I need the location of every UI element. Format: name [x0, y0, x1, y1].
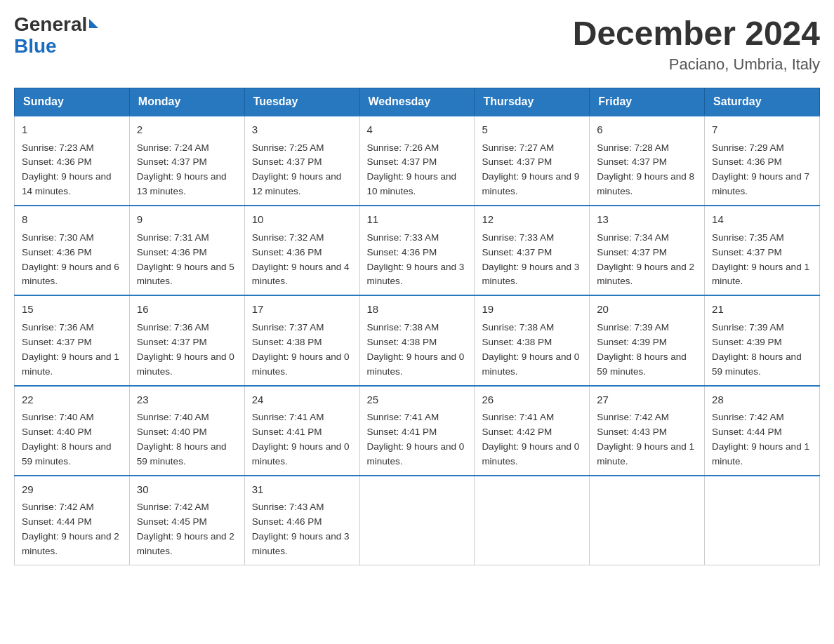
calendar-cell: 25Sunrise: 7:41 AMSunset: 4:41 PMDayligh… — [359, 386, 475, 476]
day-info: Sunrise: 7:38 AMSunset: 4:38 PMDaylight:… — [482, 322, 579, 377]
day-info: Sunrise: 7:40 AMSunset: 4:40 PMDaylight:… — [137, 412, 227, 467]
day-number: 9 — [137, 212, 237, 228]
day-number: 20 — [597, 302, 697, 318]
day-info: Sunrise: 7:33 AMSunset: 4:37 PMDaylight:… — [482, 232, 579, 287]
calendar-cell — [590, 476, 705, 565]
calendar-title: December 2024 — [573, 14, 820, 53]
logo-blue-text: Blue — [14, 35, 57, 57]
day-info: Sunrise: 7:39 AMSunset: 4:39 PMDaylight:… — [712, 322, 802, 377]
day-number: 15 — [22, 302, 122, 318]
day-info: Sunrise: 7:32 AMSunset: 4:36 PMDaylight:… — [252, 232, 350, 287]
calendar-cell: 15Sunrise: 7:36 AMSunset: 4:37 PMDayligh… — [15, 295, 130, 385]
calendar-cell: 13Sunrise: 7:34 AMSunset: 4:37 PMDayligh… — [590, 206, 705, 295]
calendar-cell: 27Sunrise: 7:42 AMSunset: 4:43 PMDayligh… — [590, 386, 705, 476]
header-saturday: Saturday — [705, 88, 820, 116]
day-number: 27 — [597, 392, 697, 408]
header-tuesday: Tuesday — [244, 88, 359, 116]
day-number: 1 — [22, 122, 122, 138]
day-info: Sunrise: 7:42 AMSunset: 4:44 PMDaylight:… — [22, 502, 119, 556]
week-row-3: 15Sunrise: 7:36 AMSunset: 4:37 PMDayligh… — [15, 295, 820, 385]
day-number: 5 — [482, 122, 582, 138]
day-info: Sunrise: 7:25 AMSunset: 4:37 PMDaylight:… — [252, 142, 342, 197]
title-block: December 2024 Paciano, Umbria, Italy — [573, 14, 820, 74]
calendar-cell: 28Sunrise: 7:42 AMSunset: 4:44 PMDayligh… — [705, 386, 820, 476]
day-number: 6 — [597, 122, 697, 138]
calendar-cell: 19Sunrise: 7:38 AMSunset: 4:38 PMDayligh… — [475, 295, 590, 385]
day-info: Sunrise: 7:42 AMSunset: 4:44 PMDaylight:… — [712, 412, 809, 467]
day-number: 18 — [367, 302, 468, 318]
day-number: 8 — [22, 212, 122, 228]
calendar-cell — [705, 476, 820, 565]
calendar-cell: 22Sunrise: 7:40 AMSunset: 4:40 PMDayligh… — [15, 386, 130, 476]
day-number: 29 — [22, 482, 122, 498]
calendar-cell: 21Sunrise: 7:39 AMSunset: 4:39 PMDayligh… — [705, 295, 820, 385]
day-info: Sunrise: 7:24 AMSunset: 4:37 PMDaylight:… — [137, 142, 227, 197]
calendar-cell: 14Sunrise: 7:35 AMSunset: 4:37 PMDayligh… — [705, 206, 820, 295]
calendar-cell: 7Sunrise: 7:29 AMSunset: 4:36 PMDaylight… — [705, 116, 820, 206]
day-number: 13 — [597, 212, 697, 228]
day-number: 30 — [137, 482, 237, 498]
day-info: Sunrise: 7:27 AMSunset: 4:37 PMDaylight:… — [482, 142, 579, 197]
day-number: 22 — [22, 392, 122, 408]
day-number: 7 — [712, 122, 812, 138]
calendar-cell: 23Sunrise: 7:40 AMSunset: 4:40 PMDayligh… — [129, 386, 244, 476]
calendar-cell: 6Sunrise: 7:28 AMSunset: 4:37 PMDaylight… — [590, 116, 705, 206]
day-number: 2 — [137, 122, 237, 138]
weekday-header-row: Sunday Monday Tuesday Wednesday Thursday… — [15, 88, 820, 116]
calendar-cell: 8Sunrise: 7:30 AMSunset: 4:36 PMDaylight… — [15, 206, 130, 295]
calendar-cell: 9Sunrise: 7:31 AMSunset: 4:36 PMDaylight… — [129, 206, 244, 295]
week-row-2: 8Sunrise: 7:30 AMSunset: 4:36 PMDaylight… — [15, 206, 820, 295]
day-info: Sunrise: 7:29 AMSunset: 4:36 PMDaylight:… — [712, 142, 809, 197]
header-sunday: Sunday — [15, 88, 130, 116]
day-info: Sunrise: 7:39 AMSunset: 4:39 PMDaylight:… — [597, 322, 687, 377]
day-number: 16 — [137, 302, 237, 318]
calendar-table: Sunday Monday Tuesday Wednesday Thursday… — [14, 88, 820, 565]
calendar-cell: 1Sunrise: 7:23 AMSunset: 4:36 PMDaylight… — [15, 116, 130, 206]
week-row-1: 1Sunrise: 7:23 AMSunset: 4:36 PMDaylight… — [15, 116, 820, 206]
calendar-cell: 16Sunrise: 7:36 AMSunset: 4:37 PMDayligh… — [129, 295, 244, 385]
calendar-cell: 30Sunrise: 7:42 AMSunset: 4:45 PMDayligh… — [129, 476, 244, 565]
header-wednesday: Wednesday — [359, 88, 475, 116]
calendar-subtitle: Paciano, Umbria, Italy — [573, 55, 820, 74]
day-info: Sunrise: 7:36 AMSunset: 4:37 PMDaylight:… — [137, 322, 234, 377]
header-thursday: Thursday — [475, 88, 590, 116]
calendar-cell: 20Sunrise: 7:39 AMSunset: 4:39 PMDayligh… — [590, 295, 705, 385]
calendar-cell: 29Sunrise: 7:42 AMSunset: 4:44 PMDayligh… — [15, 476, 130, 565]
day-number: 10 — [252, 212, 352, 228]
calendar-cell: 18Sunrise: 7:38 AMSunset: 4:38 PMDayligh… — [359, 295, 475, 385]
logo-general-text: General — [14, 13, 87, 35]
day-info: Sunrise: 7:41 AMSunset: 4:41 PMDaylight:… — [367, 412, 465, 467]
header-friday: Friday — [590, 88, 705, 116]
day-info: Sunrise: 7:23 AMSunset: 4:36 PMDaylight:… — [22, 142, 112, 197]
week-row-4: 22Sunrise: 7:40 AMSunset: 4:40 PMDayligh… — [15, 386, 820, 476]
day-info: Sunrise: 7:42 AMSunset: 4:43 PMDaylight:… — [597, 412, 694, 467]
day-info: Sunrise: 7:42 AMSunset: 4:45 PMDaylight:… — [137, 502, 234, 556]
calendar-cell: 11Sunrise: 7:33 AMSunset: 4:36 PMDayligh… — [359, 206, 475, 295]
day-number: 17 — [252, 302, 352, 318]
calendar-cell: 5Sunrise: 7:27 AMSunset: 4:37 PMDaylight… — [475, 116, 590, 206]
day-number: 11 — [367, 212, 468, 228]
day-info: Sunrise: 7:26 AMSunset: 4:37 PMDaylight:… — [367, 142, 457, 197]
calendar-cell: 24Sunrise: 7:41 AMSunset: 4:41 PMDayligh… — [244, 386, 359, 476]
logo-triangle-icon — [89, 19, 98, 28]
calendar-cell: 3Sunrise: 7:25 AMSunset: 4:37 PMDaylight… — [244, 116, 359, 206]
week-row-5: 29Sunrise: 7:42 AMSunset: 4:44 PMDayligh… — [15, 476, 820, 565]
day-info: Sunrise: 7:31 AMSunset: 4:36 PMDaylight:… — [137, 232, 234, 287]
day-info: Sunrise: 7:43 AMSunset: 4:46 PMDaylight:… — [252, 502, 350, 556]
day-number: 26 — [482, 392, 582, 408]
day-number: 3 — [252, 122, 352, 138]
calendar-cell: 4Sunrise: 7:26 AMSunset: 4:37 PMDaylight… — [359, 116, 475, 206]
calendar-cell: 2Sunrise: 7:24 AMSunset: 4:37 PMDaylight… — [129, 116, 244, 206]
day-info: Sunrise: 7:36 AMSunset: 4:37 PMDaylight:… — [22, 322, 119, 377]
day-info: Sunrise: 7:35 AMSunset: 4:37 PMDaylight:… — [712, 232, 809, 287]
logo: General Blue — [14, 14, 98, 58]
day-info: Sunrise: 7:41 AMSunset: 4:42 PMDaylight:… — [482, 412, 579, 467]
calendar-cell — [359, 476, 475, 565]
page-header: General Blue December 2024 Paciano, Umbr… — [14, 14, 820, 74]
header-monday: Monday — [129, 88, 244, 116]
day-info: Sunrise: 7:34 AMSunset: 4:37 PMDaylight:… — [597, 232, 694, 287]
calendar-cell: 31Sunrise: 7:43 AMSunset: 4:46 PMDayligh… — [244, 476, 359, 565]
day-number: 31 — [252, 482, 352, 498]
day-info: Sunrise: 7:33 AMSunset: 4:36 PMDaylight:… — [367, 232, 465, 287]
day-info: Sunrise: 7:41 AMSunset: 4:41 PMDaylight:… — [252, 412, 350, 467]
